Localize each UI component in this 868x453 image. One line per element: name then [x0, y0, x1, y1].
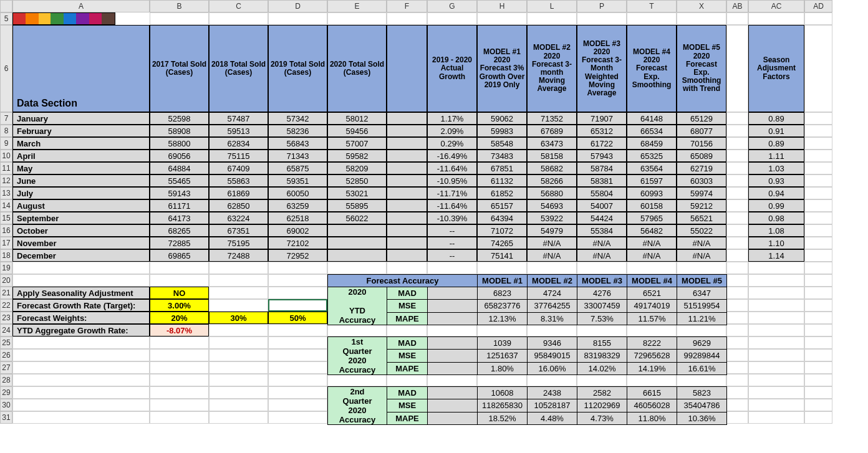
- param-season-val[interactable]: NO: [150, 287, 209, 299]
- cell[interactable]: 72952: [268, 249, 327, 262]
- cell[interactable]: 63473: [527, 137, 577, 150]
- cell[interactable]: 62834: [209, 137, 268, 150]
- param-ytd-val[interactable]: -8.07%: [150, 324, 209, 336]
- cell[interactable]: #N/A: [677, 249, 726, 262]
- cell[interactable]: 1.14: [748, 249, 804, 262]
- cell[interactable]: --: [427, 224, 477, 237]
- cell[interactable]: 56022: [327, 212, 387, 224]
- cell[interactable]: 68265: [150, 224, 209, 237]
- cell[interactable]: -11.71%: [427, 187, 477, 199]
- cell[interactable]: 61722: [577, 137, 627, 150]
- row-header[interactable]: 8: [0, 125, 12, 137]
- cell[interactable]: 59456: [327, 125, 387, 137]
- row-header[interactable]: 14: [0, 199, 12, 212]
- cell[interactable]: #N/A: [577, 237, 627, 249]
- cell[interactable]: 69056: [150, 150, 209, 162]
- row-header[interactable]: 28: [0, 374, 12, 386]
- cell[interactable]: #N/A: [577, 249, 627, 262]
- row-header[interactable]: 29: [0, 386, 12, 399]
- cell[interactable]: 65157: [477, 199, 527, 212]
- row-header[interactable]: 31: [0, 411, 12, 424]
- cell[interactable]: 59513: [209, 125, 268, 137]
- row-header[interactable]: 17: [0, 237, 12, 249]
- month-label[interactable]: June: [12, 174, 150, 187]
- cell[interactable]: 1.11: [748, 150, 804, 162]
- cell[interactable]: 65312: [577, 125, 627, 137]
- cell[interactable]: [387, 137, 427, 150]
- cell[interactable]: 1.17%: [427, 112, 477, 125]
- cell[interactable]: 56482: [627, 224, 677, 237]
- cell[interactable]: [387, 162, 427, 174]
- cell[interactable]: 65875: [268, 162, 327, 174]
- cell[interactable]: -11.64%: [427, 199, 477, 212]
- month-label[interactable]: March: [12, 137, 150, 150]
- cell[interactable]: 59062: [477, 112, 527, 125]
- cell[interactable]: 67689: [527, 125, 577, 137]
- cell[interactable]: 69002: [268, 224, 327, 237]
- row-header[interactable]: 27: [0, 361, 12, 374]
- cell[interactable]: 56843: [268, 137, 327, 150]
- cell[interactable]: 61869: [209, 187, 268, 199]
- cell[interactable]: 58012: [327, 112, 387, 125]
- row-header[interactable]: 21: [0, 287, 12, 299]
- row-header[interactable]: 19: [0, 262, 12, 274]
- cell[interactable]: [387, 212, 427, 224]
- cell[interactable]: 57965: [627, 212, 677, 224]
- row-header[interactable]: 13: [0, 187, 12, 199]
- cell[interactable]: 58548: [477, 137, 527, 150]
- cell[interactable]: 59983: [477, 125, 527, 137]
- cell[interactable]: 59212: [677, 199, 726, 212]
- cell[interactable]: 0.29%: [427, 137, 477, 150]
- cell[interactable]: 64148: [627, 112, 677, 125]
- month-label[interactable]: October: [12, 224, 150, 237]
- row-header[interactable]: 26: [0, 349, 12, 361]
- cell[interactable]: [387, 112, 427, 125]
- month-label[interactable]: November: [12, 237, 150, 249]
- row-header[interactable]: 25: [0, 336, 12, 349]
- cell[interactable]: 0.94: [748, 187, 804, 199]
- cell[interactable]: 62719: [677, 162, 726, 174]
- cell[interactable]: #N/A: [627, 249, 677, 262]
- cell[interactable]: 63564: [627, 162, 677, 174]
- col-header[interactable]: AC: [748, 0, 804, 12]
- cell[interactable]: 56880: [527, 187, 577, 199]
- col-header[interactable]: AB: [726, 0, 748, 12]
- cell[interactable]: 72488: [209, 249, 268, 262]
- col-header[interactable]: X: [677, 0, 726, 12]
- row-header[interactable]: 15: [0, 212, 12, 224]
- cell[interactable]: -10.95%: [427, 174, 477, 187]
- cell[interactable]: [387, 199, 427, 212]
- cell[interactable]: 69865: [150, 249, 209, 262]
- cell[interactable]: 65129: [677, 112, 726, 125]
- cell[interactable]: 65089: [677, 150, 726, 162]
- month-label[interactable]: July: [12, 187, 150, 199]
- cell[interactable]: 57342: [268, 112, 327, 125]
- cell[interactable]: 2.09%: [427, 125, 477, 137]
- col-header[interactable]: P: [577, 0, 627, 12]
- cell[interactable]: 59582: [327, 150, 387, 162]
- row-header[interactable]: 18: [0, 249, 12, 262]
- cell[interactable]: 73483: [477, 150, 527, 162]
- param-w1[interactable]: 20%: [150, 312, 209, 324]
- col-header[interactable]: G: [427, 0, 477, 12]
- cell[interactable]: -11.64%: [427, 162, 477, 174]
- cell[interactable]: 68077: [677, 125, 726, 137]
- cell[interactable]: 54979: [527, 224, 577, 237]
- cell[interactable]: 63259: [268, 199, 327, 212]
- cell[interactable]: 58784: [577, 162, 627, 174]
- cell[interactable]: 71907: [577, 112, 627, 125]
- cell[interactable]: 62850: [209, 199, 268, 212]
- cell[interactable]: 55804: [577, 187, 627, 199]
- cell[interactable]: [387, 224, 427, 237]
- cell[interactable]: 53922: [527, 212, 577, 224]
- cell[interactable]: 56521: [677, 212, 726, 224]
- cell[interactable]: 58236: [268, 125, 327, 137]
- cell[interactable]: 55863: [209, 174, 268, 187]
- col-header[interactable]: L: [527, 0, 577, 12]
- cell[interactable]: [387, 150, 427, 162]
- cell[interactable]: 60303: [677, 174, 726, 187]
- cell[interactable]: [387, 249, 427, 262]
- cell[interactable]: 1.08: [748, 224, 804, 237]
- month-label[interactable]: August: [12, 199, 150, 212]
- param-w3[interactable]: 50%: [268, 312, 327, 324]
